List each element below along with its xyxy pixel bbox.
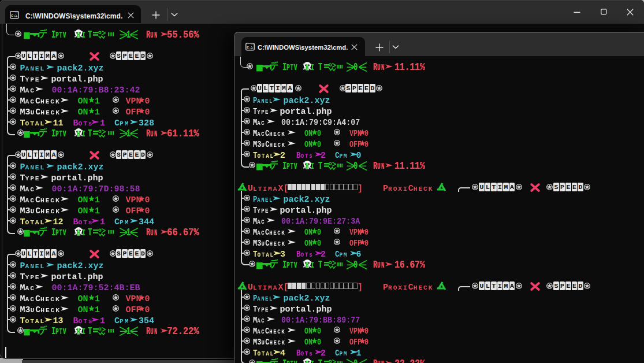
svg-text:C:\: C:\	[11, 14, 17, 18]
svg-text:C:\: C:\	[247, 46, 253, 50]
